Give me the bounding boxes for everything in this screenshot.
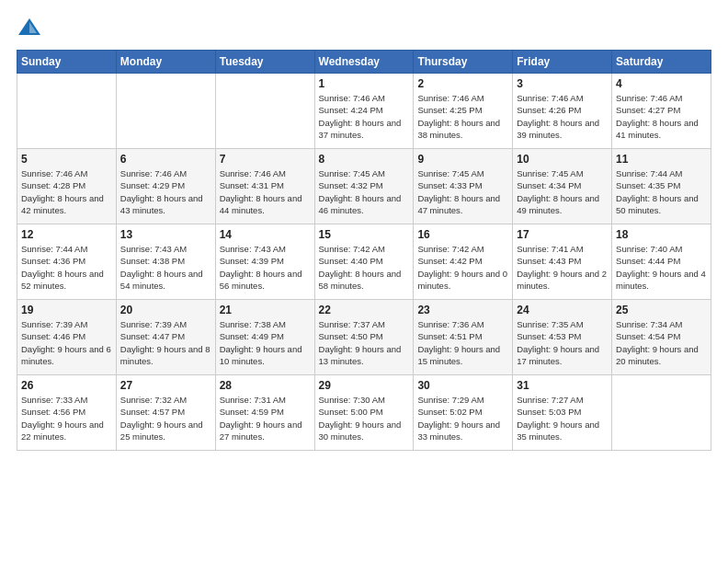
day-info: Sunrise: 7:42 AM Sunset: 4:40 PM Dayligh… [319,243,410,292]
day-number: 22 [319,304,410,316]
calendar: SundayMondayTuesdayWednesdayThursdayFrid… [17,50,711,451]
day-info: Sunrise: 7:45 AM Sunset: 4:34 PM Dayligh… [517,167,608,216]
empty-cell [116,74,215,149]
week-row-1: 1Sunrise: 7:46 AM Sunset: 4:24 PM Daylig… [17,74,711,149]
day-info: Sunrise: 7:44 AM Sunset: 4:36 PM Dayligh… [21,243,112,292]
day-cell-23: 23Sunrise: 7:36 AM Sunset: 4:51 PM Dayli… [414,300,513,375]
day-cell-8: 8Sunrise: 7:45 AM Sunset: 4:32 PM Daylig… [314,149,414,224]
day-info: Sunrise: 7:37 AM Sunset: 4:50 PM Dayligh… [319,318,410,367]
day-number: 30 [417,379,508,392]
day-number: 5 [21,153,112,166]
day-number: 8 [319,153,410,166]
day-info: Sunrise: 7:33 AM Sunset: 4:56 PM Dayligh… [21,394,112,442]
day-cell-28: 28Sunrise: 7:31 AM Sunset: 4:59 PM Dayli… [215,375,314,451]
day-number: 19 [21,304,112,316]
day-info: Sunrise: 7:27 AM Sunset: 5:03 PM Dayligh… [517,394,608,442]
day-header-monday: Monday [116,51,215,74]
day-cell-4: 4Sunrise: 7:46 AM Sunset: 4:27 PM Daylig… [612,74,711,149]
day-cell-26: 26Sunrise: 7:33 AM Sunset: 4:56 PM Dayli… [17,375,117,451]
day-info: Sunrise: 7:46 AM Sunset: 4:28 PM Dayligh… [21,167,112,216]
day-info: Sunrise: 7:39 AM Sunset: 4:47 PM Dayligh… [120,318,211,367]
day-number: 26 [21,379,112,392]
day-info: Sunrise: 7:46 AM Sunset: 4:25 PM Dayligh… [417,92,508,141]
day-cell-19: 19Sunrise: 7:39 AM Sunset: 4:46 PM Dayli… [17,300,117,375]
day-cell-27: 27Sunrise: 7:32 AM Sunset: 4:57 PM Dayli… [116,375,215,451]
day-number: 23 [417,304,508,316]
day-info: Sunrise: 7:46 AM Sunset: 4:27 PM Dayligh… [616,92,707,141]
day-number: 28 [220,379,311,392]
day-info: Sunrise: 7:30 AM Sunset: 5:00 PM Dayligh… [319,394,410,442]
week-row-5: 26Sunrise: 7:33 AM Sunset: 4:56 PM Dayli… [17,375,711,451]
day-info: Sunrise: 7:34 AM Sunset: 4:54 PM Dayligh… [616,318,707,367]
day-cell-15: 15Sunrise: 7:42 AM Sunset: 4:40 PM Dayli… [314,224,414,300]
day-number: 10 [517,153,608,166]
day-header-thursday: Thursday [414,51,513,74]
day-header-saturday: Saturday [612,51,711,74]
day-number: 20 [120,304,211,316]
page: SundayMondayTuesdayWednesdayThursdayFrid… [0,0,728,563]
week-row-3: 12Sunrise: 7:44 AM Sunset: 4:36 PM Dayli… [17,224,711,300]
day-cell-14: 14Sunrise: 7:43 AM Sunset: 4:39 PM Dayli… [215,224,314,300]
day-header-friday: Friday [513,51,612,74]
empty-cell [17,74,117,149]
day-cell-25: 25Sunrise: 7:34 AM Sunset: 4:54 PM Dayli… [612,300,711,375]
day-cell-2: 2Sunrise: 7:46 AM Sunset: 4:25 PM Daylig… [414,74,513,149]
day-info: Sunrise: 7:46 AM Sunset: 4:24 PM Dayligh… [319,92,410,141]
day-cell-6: 6Sunrise: 7:46 AM Sunset: 4:29 PM Daylig… [116,149,215,224]
day-info: Sunrise: 7:42 AM Sunset: 4:42 PM Dayligh… [417,243,508,292]
day-cell-9: 9Sunrise: 7:45 AM Sunset: 4:33 PM Daylig… [414,149,513,224]
day-number: 6 [120,153,211,166]
day-cell-31: 31Sunrise: 7:27 AM Sunset: 5:03 PM Dayli… [513,375,612,451]
day-number: 9 [417,153,508,166]
day-number: 18 [616,228,707,241]
day-info: Sunrise: 7:45 AM Sunset: 4:33 PM Dayligh… [417,167,508,216]
day-info: Sunrise: 7:43 AM Sunset: 4:38 PM Dayligh… [120,243,211,292]
day-cell-20: 20Sunrise: 7:39 AM Sunset: 4:47 PM Dayli… [116,300,215,375]
day-number: 15 [319,228,410,241]
day-number: 14 [220,228,311,241]
day-info: Sunrise: 7:29 AM Sunset: 5:02 PM Dayligh… [417,394,508,442]
day-cell-13: 13Sunrise: 7:43 AM Sunset: 4:38 PM Dayli… [116,224,215,300]
empty-cell [612,375,711,451]
day-number: 7 [220,153,311,166]
day-cell-22: 22Sunrise: 7:37 AM Sunset: 4:50 PM Dayli… [314,300,414,375]
header-row: SundayMondayTuesdayWednesdayThursdayFrid… [17,51,711,74]
day-info: Sunrise: 7:35 AM Sunset: 4:53 PM Dayligh… [517,318,608,367]
day-number: 2 [417,77,508,90]
day-cell-16: 16Sunrise: 7:42 AM Sunset: 4:42 PM Dayli… [414,224,513,300]
day-info: Sunrise: 7:46 AM Sunset: 4:26 PM Dayligh… [517,92,608,141]
day-header-tuesday: Tuesday [215,51,314,74]
day-info: Sunrise: 7:46 AM Sunset: 4:31 PM Dayligh… [220,167,311,216]
day-number: 21 [220,304,311,316]
day-number: 4 [616,77,707,90]
day-header-wednesday: Wednesday [314,51,414,74]
day-number: 17 [517,228,608,241]
day-info: Sunrise: 7:46 AM Sunset: 4:29 PM Dayligh… [120,167,211,216]
day-info: Sunrise: 7:31 AM Sunset: 4:59 PM Dayligh… [220,394,311,442]
day-number: 13 [120,228,211,241]
logo [17,15,46,40]
day-number: 24 [517,304,608,316]
day-info: Sunrise: 7:32 AM Sunset: 4:57 PM Dayligh… [120,394,211,442]
day-cell-7: 7Sunrise: 7:46 AM Sunset: 4:31 PM Daylig… [215,149,314,224]
logo-icon [17,15,42,40]
day-cell-1: 1Sunrise: 7:46 AM Sunset: 4:24 PM Daylig… [314,74,414,149]
week-row-4: 19Sunrise: 7:39 AM Sunset: 4:46 PM Dayli… [17,300,711,375]
day-cell-24: 24Sunrise: 7:35 AM Sunset: 4:53 PM Dayli… [513,300,612,375]
day-number: 3 [517,77,608,90]
day-number: 25 [616,304,707,316]
header [17,15,711,40]
day-info: Sunrise: 7:36 AM Sunset: 4:51 PM Dayligh… [417,318,508,367]
day-header-sunday: Sunday [17,51,117,74]
day-number: 16 [417,228,508,241]
day-cell-12: 12Sunrise: 7:44 AM Sunset: 4:36 PM Dayli… [17,224,117,300]
day-info: Sunrise: 7:39 AM Sunset: 4:46 PM Dayligh… [21,318,112,367]
day-cell-21: 21Sunrise: 7:38 AM Sunset: 4:49 PM Dayli… [215,300,314,375]
day-info: Sunrise: 7:44 AM Sunset: 4:35 PM Dayligh… [616,167,707,216]
day-number: 29 [319,379,410,392]
day-number: 12 [21,228,112,241]
day-info: Sunrise: 7:43 AM Sunset: 4:39 PM Dayligh… [220,243,311,292]
day-info: Sunrise: 7:40 AM Sunset: 4:44 PM Dayligh… [616,243,707,292]
day-info: Sunrise: 7:41 AM Sunset: 4:43 PM Dayligh… [517,243,608,292]
day-number: 11 [616,153,707,166]
